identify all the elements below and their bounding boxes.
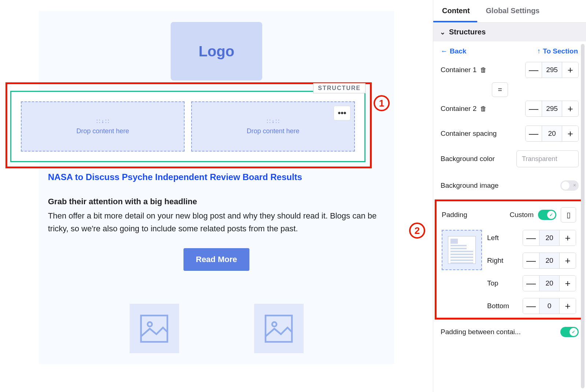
container-1-stepper: — 295 + [525, 62, 579, 78]
padding-left-stepper: — 20 + [523, 230, 576, 246]
svg-point-3 [272, 322, 277, 326]
padding-left-value[interactable]: 20 [539, 230, 560, 246]
chevron-down-icon: ⌄ [440, 28, 445, 36]
background-image-row: Background image × [433, 180, 586, 199]
back-label: Back [450, 47, 466, 55]
custom-padding-toggle[interactable] [538, 210, 556, 220]
padding-top-row: Top — 20 + [487, 275, 576, 291]
headline-link[interactable]: NASA to Discuss Psyche Independent Revie… [48, 172, 385, 182]
mobile-icon: ▯ [567, 210, 571, 219]
minus-button[interactable]: — [526, 101, 542, 117]
minus-button[interactable]: — [523, 230, 539, 246]
container-1-row: Container 1 🗑 — 295 + [441, 62, 579, 78]
plus-button[interactable]: + [560, 298, 576, 314]
arrow-left-icon: ← [441, 47, 448, 55]
padding-body: Left — 20 + Right — 20 + Top [442, 230, 576, 314]
body-text: Then offer a bit more detail on your new… [48, 209, 385, 235]
padding-right-stepper: — 20 + [523, 253, 576, 269]
plus-button[interactable]: + [562, 101, 578, 117]
padding-left-label: Left [487, 234, 511, 242]
mobile-device-button[interactable]: ▯ [561, 207, 576, 223]
structure-block[interactable]: STRUCTURE ⸬ ↓ ⸬ Drop content here ⸬ ↓ ⸬ … [10, 91, 366, 162]
structure-tag: STRUCTURE [313, 83, 366, 93]
annotation-box-1: STRUCTURE ⸬ ↓ ⸬ Drop content here ⸬ ↓ ⸬ … [5, 82, 372, 168]
trash-icon[interactable]: 🗑 [480, 105, 487, 113]
scrollbar[interactable] [581, 44, 585, 388]
padding-right-row: Right — 20 + [487, 253, 576, 269]
image-icon [262, 312, 295, 345]
tab-global-settings[interactable]: Global Settings [477, 0, 547, 22]
plus-button[interactable]: + [562, 126, 578, 142]
minus-button[interactable]: — [523, 298, 539, 314]
image-row [48, 304, 385, 353]
drop-zone-right[interactable]: ⸬ ↓ ⸬ Drop content here ••• [191, 101, 355, 152]
padding-inputs: Left — 20 + Right — 20 + Top [487, 230, 576, 314]
padding-bottom-stepper: — 0 + [523, 298, 576, 314]
padding-right-value[interactable]: 20 [539, 253, 560, 269]
tab-content[interactable]: Content [433, 0, 477, 22]
plus-button[interactable]: + [560, 253, 576, 269]
padding-preview [442, 230, 482, 270]
trash-icon[interactable]: 🗑 [480, 66, 487, 74]
minus-button[interactable]: — [526, 126, 542, 142]
padding-top-value[interactable]: 20 [539, 275, 560, 291]
editor-canvas: Logo NASA to Discuss Psyche Independent … [0, 0, 433, 392]
container-2-stepper: — 295 + [525, 101, 579, 117]
plus-button[interactable]: + [562, 62, 578, 78]
minus-button[interactable]: — [523, 275, 539, 291]
container-1-value[interactable]: 295 [542, 62, 562, 78]
container-2-value[interactable]: 295 [542, 101, 562, 117]
background-color-input[interactable]: Transparent [516, 150, 579, 167]
padding-header: Padding Custom ▯ [442, 207, 576, 223]
container-controls: Container 1 🗑 — 295 + = Container 2 🗑 — … [433, 60, 586, 150]
section-structures[interactable]: ⌄ Structures [433, 23, 586, 41]
more-button[interactable]: ••• [334, 106, 351, 120]
section-title: Structures [449, 28, 486, 36]
download-icon: ⸬ ↓ ⸬ [267, 118, 279, 124]
container-2-label: Container 2 🗑 [441, 105, 487, 113]
minus-button[interactable]: — [526, 62, 542, 78]
annotation-box-2: Padding Custom ▯ Left [435, 199, 583, 320]
image-placeholder[interactable] [130, 304, 179, 353]
padding-bottom-value[interactable]: 0 [539, 298, 560, 314]
padding-preview-inner [448, 236, 476, 264]
email-body: Logo NASA to Discuss Psyche Independent … [39, 11, 394, 364]
x-icon: × [573, 182, 576, 188]
logo-block[interactable]: Logo [171, 22, 262, 81]
drop-text: Drop content here [246, 127, 299, 135]
background-image-toggle[interactable]: × [560, 180, 579, 191]
callout-badge-2: 2 [409, 223, 425, 239]
padding-top-stepper: — 20 + [523, 275, 576, 291]
background-image-label: Background image [441, 182, 498, 190]
padding-between-toggle[interactable] [560, 327, 579, 337]
arrow-up-icon: ↑ [537, 47, 541, 55]
drop-text: Drop content here [76, 127, 129, 135]
padding-left-row: Left — 20 + [487, 230, 576, 246]
container-spacing-value[interactable]: 20 [542, 126, 562, 142]
image-placeholder[interactable] [254, 304, 304, 353]
container-2-row: Container 2 🗑 — 295 + [441, 101, 579, 117]
minus-button[interactable]: — [523, 253, 539, 269]
to-section-link[interactable]: ↑ To Section [537, 47, 578, 55]
nav-links: ← Back ↑ To Section [433, 41, 586, 60]
download-icon: ⸬ ↓ ⸬ [97, 118, 109, 124]
background-color-row: Background color Transparent [433, 150, 586, 167]
back-link[interactable]: ← Back [441, 47, 466, 55]
container-1-label: Container 1 🗑 [441, 66, 487, 74]
equal-width-button[interactable]: = [492, 82, 508, 97]
plus-button[interactable]: + [560, 230, 576, 246]
read-more-button[interactable]: Read More [183, 248, 249, 271]
container-spacing-stepper: — 20 + [525, 126, 579, 142]
image-icon [138, 312, 171, 345]
background-color-label: Background color [441, 155, 495, 163]
drop-zone-left[interactable]: ⸬ ↓ ⸬ Drop content here [21, 101, 185, 152]
padding-between-containers-row: Padding between contai... [433, 323, 586, 337]
settings-sidebar: Content Global Settings ⌄ Structures ← B… [433, 0, 586, 392]
plus-button[interactable]: + [560, 275, 576, 291]
padding-bottom-row: Bottom — 0 + [487, 298, 576, 314]
subheadline: Grab their attention with a big headline [48, 197, 385, 206]
logo-text: Logo [199, 43, 234, 60]
padding-top-label: Top [487, 279, 511, 287]
callout-badge-1: 1 [374, 95, 390, 111]
to-section-label: To Section [543, 47, 578, 55]
